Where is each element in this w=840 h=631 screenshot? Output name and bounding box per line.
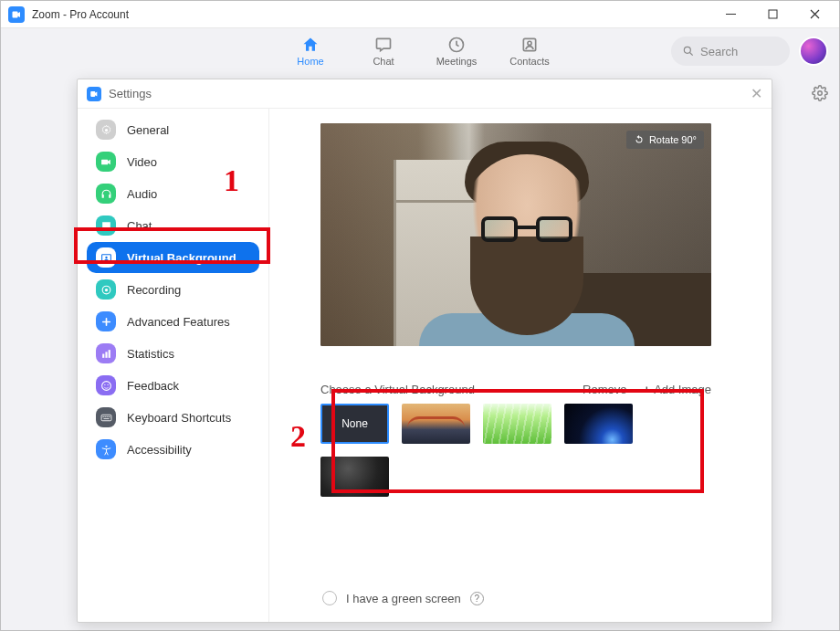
bg-none-label: None	[341, 417, 368, 430]
sidebar-item-label: Audio	[127, 187, 157, 201]
sidebar-item-advanced[interactable]: Advanced Features	[87, 306, 259, 337]
sidebar-item-label: Keyboard Shortcuts	[127, 411, 231, 425]
nav-label: Chat	[373, 56, 394, 67]
sidebar-item-chat[interactable]: Chat	[87, 210, 259, 241]
svg-rect-0	[726, 14, 736, 15]
settings-titlebar: Settings ✕	[78, 79, 772, 109]
window-title: Zoom - Pro Account	[32, 8, 129, 21]
sidebar-item-keyboard-shortcuts[interactable]: Keyboard Shortcuts	[87, 402, 259, 433]
nav-label: Home	[297, 56, 323, 67]
svg-rect-1	[769, 10, 777, 18]
bar-chart-icon	[96, 343, 116, 363]
add-image-label: Add Image	[654, 383, 711, 396]
minus-icon: −	[572, 383, 580, 396]
svg-point-5	[684, 47, 690, 53]
svg-rect-9	[109, 195, 110, 198]
home-icon	[301, 36, 320, 54]
close-button[interactable]	[793, 1, 835, 28]
green-screen-help-icon[interactable]: ?	[470, 592, 484, 605]
nav-label: Contacts	[509, 56, 549, 67]
maximize-button[interactable]	[751, 1, 793, 28]
svg-point-11	[105, 256, 107, 258]
sidebar-item-label: Feedback	[127, 379, 179, 393]
nav-tab-contacts[interactable]: Contacts	[509, 36, 551, 67]
sidebar-item-feedback[interactable]: Feedback	[87, 370, 259, 401]
svg-rect-14	[102, 353, 104, 357]
keyboard-icon	[96, 407, 116, 427]
sidebar-item-label: Recording	[127, 283, 181, 297]
record-icon	[96, 279, 116, 300]
settings-close-button[interactable]: ✕	[751, 85, 762, 102]
svg-point-18	[104, 384, 105, 384]
svg-point-6	[818, 91, 823, 96]
nav-tab-chat[interactable]: Chat	[362, 36, 404, 67]
chat-bubble-icon	[96, 216, 116, 236]
settings-title: Settings	[109, 87, 152, 100]
contacts-icon	[520, 36, 539, 54]
settings-gear-icon[interactable]	[812, 85, 828, 101]
bg-thumb-custom-dark[interactable]	[320, 457, 389, 497]
zoom-app-icon	[8, 6, 25, 23]
svg-rect-8	[101, 195, 103, 198]
remove-background-button[interactable]: − Remove	[572, 383, 627, 396]
settings-content: Rotate 90° Choose a Virtual Background −…	[269, 109, 772, 622]
svg-point-4	[528, 41, 531, 45]
virtual-background-icon	[96, 247, 116, 268]
sidebar-item-general[interactable]: General	[87, 114, 259, 145]
sidebar-item-label: Virtual Background	[127, 251, 236, 265]
sidebar-item-label: General	[127, 123, 169, 137]
sidebar-item-label: Accessibility	[127, 443, 192, 457]
svg-point-19	[107, 384, 108, 384]
user-avatar[interactable]	[799, 37, 828, 66]
video-icon	[96, 152, 116, 172]
camera-preview: Rotate 90°	[320, 123, 711, 346]
add-image-button[interactable]: + Add Image	[644, 383, 711, 396]
svg-point-13	[104, 288, 107, 290]
sidebar-item-statistics[interactable]: Statistics	[87, 338, 259, 369]
bg-thumb-grass[interactable]	[483, 404, 551, 444]
sidebar-item-virtual-background[interactable]: Virtual Background	[87, 242, 259, 273]
sidebar-item-recording[interactable]: Recording	[87, 274, 259, 305]
sidebar-item-label: Advanced Features	[127, 315, 230, 329]
sidebar-item-label: Statistics	[127, 347, 174, 361]
bg-thumb-none[interactable]: None	[320, 404, 389, 444]
rotate-label: Rotate 90°	[649, 134, 697, 145]
sidebar-item-audio[interactable]: Audio	[87, 178, 259, 209]
svg-point-17	[101, 381, 110, 390]
minimize-button[interactable]	[709, 1, 751, 28]
settings-sidebar: General Video Audio	[78, 109, 269, 622]
settings-window: Settings ✕ General Video	[77, 79, 772, 623]
green-screen-label: I have a green screen	[346, 592, 461, 605]
sidebar-item-label: Video	[127, 155, 157, 169]
main-nav: Home Chat Meetings Contacts Search	[1, 28, 839, 74]
sidebar-item-accessibility[interactable]: Accessibility	[87, 434, 259, 465]
green-screen-checkbox[interactable]	[322, 591, 337, 605]
bg-thumb-golden-gate[interactable]	[402, 404, 470, 444]
zoom-main-window: Zoom - Pro Account Home Chat	[0, 0, 840, 631]
svg-point-7	[104, 128, 107, 131]
search-icon	[682, 45, 695, 58]
background-thumbnail-grid: None	[320, 404, 711, 497]
sidebar-item-label: Chat	[127, 219, 152, 233]
search-input[interactable]: Search	[671, 37, 790, 66]
clock-icon	[447, 36, 466, 54]
chat-icon	[374, 36, 393, 54]
svg-rect-16	[108, 350, 110, 358]
sidebar-item-video[interactable]: Video	[87, 146, 259, 177]
bg-thumb-space[interactable]	[564, 404, 633, 444]
window-controls	[709, 1, 835, 28]
remove-label: Remove	[583, 383, 626, 396]
svg-point-21	[105, 445, 107, 447]
rotate-90-button[interactable]: Rotate 90°	[626, 131, 704, 149]
zoom-app-icon	[87, 87, 101, 101]
gear-icon	[96, 120, 116, 140]
nav-tab-meetings[interactable]: Meetings	[436, 36, 478, 67]
smiley-icon	[96, 375, 116, 395]
plus-icon	[96, 311, 116, 331]
accessibility-icon	[96, 439, 116, 459]
main-titlebar: Zoom - Pro Account	[1, 1, 839, 28]
plus-icon: +	[644, 383, 651, 396]
svg-rect-20	[101, 415, 111, 421]
nav-tab-home[interactable]: Home	[289, 36, 331, 67]
nav-label: Meetings	[436, 56, 478, 67]
